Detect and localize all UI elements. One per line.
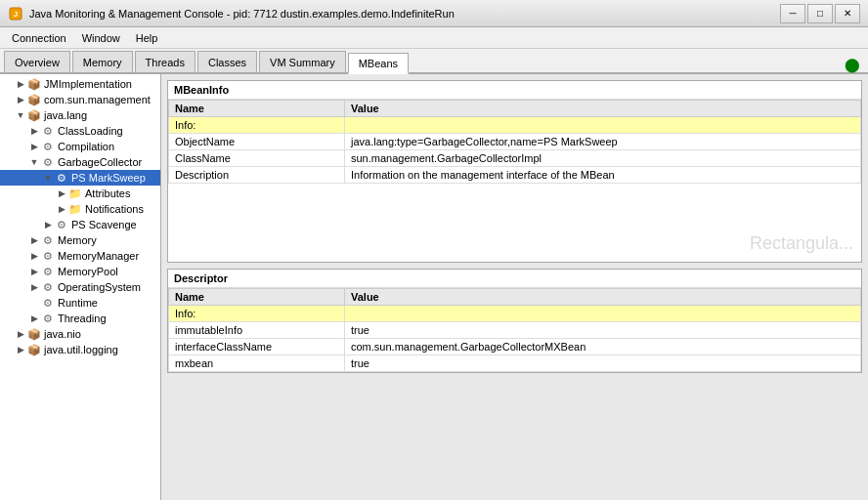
package-icon: 📦 [27, 343, 41, 356]
tree-item-threading[interactable]: ▶ ⚙ Threading [0, 311, 160, 326]
col-name: Name [169, 289, 345, 306]
package-icon: 📦 [27, 108, 41, 122]
tree-item-runtime[interactable]: ⚙ Runtime [0, 295, 160, 311]
app-icon: J [8, 6, 23, 21]
expand-icon[interactable]: ▶ [27, 235, 41, 245]
menu-connection[interactable]: Connection [4, 30, 74, 46]
expand-icon[interactable]: ▶ [55, 204, 68, 214]
tree-item-comsun[interactable]: ▶ 📦 com.sun.management [0, 92, 160, 107]
window-controls: ─ □ ✕ [780, 4, 860, 23]
tab-memory[interactable]: Memory [72, 51, 133, 72]
svg-text:J: J [14, 10, 18, 19]
tree-label: Compilation [58, 141, 114, 152]
descriptor-table: Name Value Info: immutableInfo true inte… [168, 288, 861, 372]
tree-item-psmarksweep[interactable]: ▼ ⚙ PS MarkSweep [0, 170, 160, 186]
table-row: Info: [169, 117, 861, 134]
mbeaninfo-title: MBeanInfo [168, 81, 861, 100]
tree-item-memorypool[interactable]: ▶ ⚙ MemoryPool [0, 264, 160, 279]
table-row: Info: [169, 306, 861, 322]
tree-item-javautillogging[interactable]: ▶ 📦 java.util.logging [0, 342, 160, 357]
tree-item-psscavenge[interactable]: ▶ ⚙ PS Scavenge [0, 217, 160, 232]
tab-classes[interactable]: Classes [197, 51, 257, 72]
row-name: Info: [169, 306, 345, 322]
row-name: ClassName [169, 150, 345, 167]
expand-icon[interactable]: ▶ [55, 188, 68, 198]
main-layout: ▶ 📦 JMImplementation ▶ 📦 com.sun.managem… [0, 74, 868, 500]
tree-label: MemoryPool [58, 266, 118, 277]
tab-mbeans[interactable]: MBeans [348, 53, 409, 74]
gear-icon: ⚙ [41, 312, 55, 325]
watermark-text: Rectangula... [750, 233, 853, 254]
table-row: interfaceClassName com.sun.management.Ga… [169, 339, 861, 355]
expand-icon[interactable]: ▶ [27, 142, 41, 151]
tree-item-memorymanager[interactable]: ▶ ⚙ MemoryManager [0, 248, 160, 264]
tab-right-area: ⬤ [845, 57, 864, 72]
row-name: interfaceClassName [169, 339, 345, 355]
menu-window[interactable]: Window [74, 30, 128, 46]
expand-icon[interactable]: ▼ [27, 157, 41, 167]
tab-vmsummary[interactable]: VM Summary [259, 51, 346, 72]
tree-label: java.nio [44, 328, 81, 340]
package-icon: 📦 [27, 93, 41, 106]
row-name: Info: [169, 117, 345, 134]
expand-icon[interactable]: ▶ [14, 79, 27, 89]
package-icon: 📦 [27, 327, 41, 341]
tree-item-jmimpl[interactable]: ▶ 📦 JMImplementation [0, 76, 160, 92]
row-value: true [345, 322, 861, 339]
maximize-button[interactable]: □ [807, 4, 833, 23]
expand-icon[interactable]: ▶ [27, 126, 41, 136]
tree-label: JMImplementation [44, 78, 132, 90]
tree-item-javanio[interactable]: ▶ 📦 java.nio [0, 326, 160, 342]
gear-icon: ⚙ [41, 280, 55, 294]
gear-icon: ⚙ [41, 233, 55, 247]
menu-bar: Connection Window Help [0, 27, 868, 49]
sidebar-tree: ▶ 📦 JMImplementation ▶ 📦 com.sun.managem… [0, 74, 161, 500]
mbeaninfo-empty-area: Rectangula... [168, 184, 861, 262]
row-value: Information on the management interface … [345, 167, 861, 184]
tree-label: Attributes [85, 188, 130, 199]
tab-overview[interactable]: Overview [4, 51, 70, 72]
tree-item-javalang[interactable]: ▼ 📦 java.lang [0, 107, 160, 123]
expand-icon[interactable]: ▼ [41, 173, 55, 183]
tree-item-garbagecollector[interactable]: ▼ ⚙ GarbageCollector [0, 154, 160, 170]
tree-label: GarbageCollector [58, 156, 142, 168]
tree-item-compilation[interactable]: ▶ ⚙ Compilation [0, 139, 160, 154]
gear-icon: ⚙ [41, 249, 55, 263]
tree-item-classloading[interactable]: ▶ ⚙ ClassLoading [0, 123, 160, 139]
tab-threads[interactable]: Threads [135, 51, 195, 72]
tree-item-os[interactable]: ▶ ⚙ OperatingSystem [0, 279, 160, 295]
tree-item-notifications[interactable]: ▶ 📁 Notifications [0, 201, 160, 217]
expand-icon[interactable]: ▶ [27, 313, 41, 323]
table-row: Description Information on the managemen… [169, 167, 861, 184]
gear-icon: ⚙ [41, 140, 55, 153]
table-row: mxbean true [169, 355, 861, 372]
tree-label: PS MarkSweep [71, 172, 146, 184]
tree-item-attributes[interactable]: ▶ 📁 Attributes [0, 186, 160, 201]
gear-icon: ⚙ [41, 124, 55, 138]
tree-item-memory[interactable]: ▶ ⚙ Memory [0, 232, 160, 248]
col-name: Name [169, 101, 345, 117]
expand-icon[interactable]: ▶ [14, 329, 27, 339]
minimize-button[interactable]: ─ [780, 4, 805, 23]
expand-icon[interactable]: ▶ [27, 251, 41, 261]
tree-label: OperatingSystem [58, 281, 141, 293]
expand-icon[interactable]: ▶ [41, 220, 55, 229]
expand-icon[interactable]: ▶ [14, 95, 27, 104]
expand-icon[interactable]: ▶ [27, 282, 41, 292]
expand-icon[interactable]: ▶ [27, 267, 41, 276]
expand-icon[interactable]: ▼ [14, 110, 27, 120]
close-button[interactable]: ✕ [835, 4, 860, 23]
row-value [345, 117, 861, 134]
tree-label: Runtime [58, 297, 98, 309]
row-value [345, 306, 861, 322]
row-value: com.sun.management.GarbageCollectorMXBea… [345, 339, 861, 355]
tab-bar: Overview Memory Threads Classes VM Summa… [0, 49, 868, 74]
tree-label: java.util.logging [44, 344, 118, 355]
tree-label: com.sun.management [44, 94, 151, 105]
row-value: sun.management.GarbageCollectorImpl [345, 150, 861, 167]
folder-icon: 📁 [68, 187, 82, 200]
menu-help[interactable]: Help [128, 30, 166, 46]
tree-label: Notifications [85, 203, 144, 215]
expand-icon[interactable]: ▶ [14, 345, 27, 354]
tree-label: PS Scavenge [71, 219, 137, 230]
